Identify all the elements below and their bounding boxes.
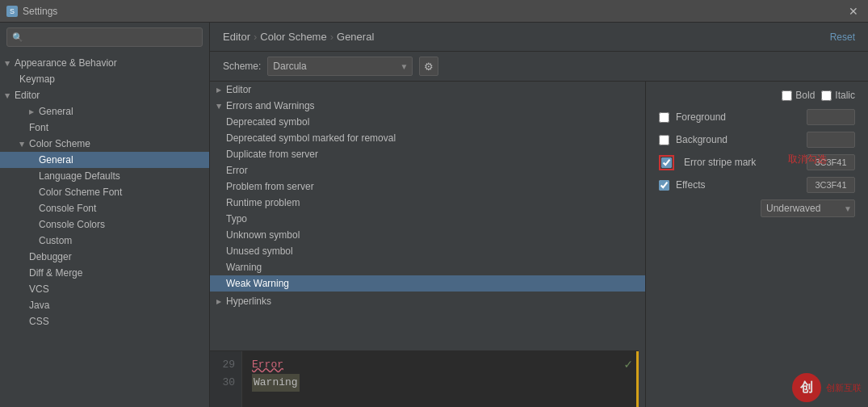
tree-item-label: Error xyxy=(226,165,248,176)
sidebar-item-general[interactable]: ▶ General xyxy=(0,103,209,120)
warning-code-text: Warning xyxy=(252,374,300,392)
sidebar-item-label: Java xyxy=(29,300,49,311)
sidebar-tree: ▶ Appearance & Behavior Keymap ▶ Editor … xyxy=(0,52,209,407)
code-line-warning: Warning xyxy=(252,374,629,392)
sidebar-item-language-defaults[interactable]: Language Defaults xyxy=(0,168,209,184)
sidebar-item-color-scheme[interactable]: ▶ Color Scheme xyxy=(0,136,209,152)
tree-item-label: Weak Warning xyxy=(226,278,289,289)
tree-item-unused-symbol[interactable]: Unused symbol xyxy=(210,243,645,259)
foreground-color-box[interactable] xyxy=(807,109,855,125)
sidebar-item-keymap[interactable]: Keymap xyxy=(0,71,209,87)
orange-indicator xyxy=(636,351,639,407)
split-content: ▶ Editor ▶ Errors and Warnings Deprecate… xyxy=(210,82,868,407)
scheme-label: Scheme: xyxy=(223,61,261,72)
breadcrumb-sep-2: › xyxy=(330,31,333,43)
tree-item-unknown-symbol[interactable]: Unknown symbol xyxy=(210,227,645,243)
effects-checkbox[interactable] xyxy=(659,180,669,191)
content-header: Editor › Color Scheme › General Reset xyxy=(210,23,868,52)
watermark: 创 创新互联 xyxy=(792,373,862,402)
triangle-icon: ▶ xyxy=(216,298,221,305)
reset-button[interactable]: Reset xyxy=(830,31,855,43)
tree-item-label: Typo xyxy=(226,213,247,224)
window-title: Settings xyxy=(23,6,57,17)
line-numbers: 29 30 xyxy=(210,351,242,407)
sidebar-item-debugger[interactable]: Debugger xyxy=(0,249,209,265)
cancel-annotation: 取消勾选 xyxy=(788,153,827,166)
italic-checkbox[interactable] xyxy=(821,90,832,101)
sidebar-item-console-colors[interactable]: Console Colors xyxy=(0,216,209,233)
scheme-select[interactable]: Darcula Default High Contrast xyxy=(267,57,413,76)
content-area: Editor › Color Scheme › General Reset Sc… xyxy=(210,23,868,407)
tree-item-duplicate-from-server[interactable]: Duplicate from server xyxy=(210,146,645,162)
sidebar-item-font[interactable]: Font xyxy=(0,120,209,136)
close-button[interactable]: ✕ xyxy=(845,3,862,19)
tree-item-hyperlinks[interactable]: ▶ Hyperlinks xyxy=(210,293,645,309)
foreground-label: Foreground xyxy=(676,111,800,123)
background-color-box[interactable] xyxy=(807,132,855,148)
bold-checkbox-label[interactable]: Bold xyxy=(782,90,815,101)
line-number: 30 xyxy=(216,374,235,392)
scheme-select-wrapper[interactable]: Darcula Default High Contrast ▼ xyxy=(267,57,413,76)
search-box[interactable]: 🔍 xyxy=(6,27,203,47)
search-icon: 🔍 xyxy=(12,32,23,43)
background-checkbox[interactable] xyxy=(659,135,669,145)
effects-label: Effects xyxy=(676,179,800,191)
bold-label: Bold xyxy=(795,90,815,101)
line-number: 29 xyxy=(216,356,235,374)
error-stripe-row: Error stripe mark 3C3F41 取消勾选 xyxy=(659,154,855,170)
title-bar-left: S Settings xyxy=(6,6,57,17)
sidebar-item-label: Keymap xyxy=(19,73,55,85)
tree-item-errors-warnings[interactable]: ▶ Errors and Warnings xyxy=(210,98,645,114)
sidebar-item-vcs[interactable]: VCS xyxy=(0,281,209,297)
tree-item-weak-warning[interactable]: Weak Warning xyxy=(210,275,645,292)
sidebar-item-label: Editor xyxy=(15,90,40,101)
effects-color-box[interactable]: 3C3F41 xyxy=(807,177,855,193)
sidebar-item-editor[interactable]: ▶ Editor xyxy=(0,87,209,103)
bold-checkbox[interactable] xyxy=(782,90,792,101)
tree-item-typo[interactable]: Typo xyxy=(210,211,645,227)
watermark-text: 创新互联 xyxy=(826,382,862,394)
sidebar-item-label: VCS xyxy=(29,283,49,295)
sidebar-item-label: Language Defaults xyxy=(39,170,120,182)
sidebar-item-appearance-behavior[interactable]: ▶ Appearance & Behavior xyxy=(0,55,209,71)
code-lines: Error Warning ✓ xyxy=(242,351,639,407)
breadcrumb-part-2: Color Scheme xyxy=(260,31,326,43)
tree-panel: ▶ Editor ▶ Errors and Warnings Deprecate… xyxy=(210,82,646,407)
sidebar-item-custom[interactable]: Custom xyxy=(0,233,209,249)
sidebar-item-java[interactable]: Java xyxy=(0,297,209,313)
sidebar-item-color-scheme-font[interactable]: Color Scheme Font xyxy=(0,184,209,200)
sidebar-item-label: Diff & Merge xyxy=(29,267,82,279)
triangle-icon: ▶ xyxy=(216,103,223,108)
sidebar-item-diff-merge[interactable]: Diff & Merge xyxy=(0,265,209,281)
sidebar-item-label: Appearance & Behavior xyxy=(15,57,117,69)
tree-item-deprecated-symbol-removal[interactable]: Deprecated symbol marked for removal xyxy=(210,130,645,146)
tree-item-deprecated-symbol[interactable]: Deprecated symbol xyxy=(210,114,645,130)
effects-row: Effects 3C3F41 xyxy=(659,177,855,193)
breadcrumb-part-3: General xyxy=(337,31,374,43)
background-row: Background xyxy=(659,132,855,148)
triangle-icon: ▶ xyxy=(19,141,26,146)
error-stripe-checkbox[interactable] xyxy=(661,157,672,168)
sidebar-item-label: General xyxy=(39,154,73,166)
error-stripe-label: Error stripe mark xyxy=(684,157,800,168)
props-panel: Bold Italic Foreground Background xyxy=(646,82,868,407)
sidebar-item-console-font[interactable]: Console Font xyxy=(0,200,209,216)
italic-checkbox-label[interactable]: Italic xyxy=(821,90,855,101)
tree-item-warning[interactable]: Warning xyxy=(210,259,645,275)
gear-button[interactable]: ⚙ xyxy=(419,57,438,76)
preview-area: 29 30 Error Warning ✓ xyxy=(210,350,639,407)
tree-item-runtime-problem[interactable]: Runtime problem xyxy=(210,195,645,211)
sidebar-item-css[interactable]: CSS xyxy=(0,313,209,329)
scheme-row: Scheme: Darcula Default High Contrast ▼ … xyxy=(210,52,868,82)
tree-item-error[interactable]: Error xyxy=(210,162,645,178)
sidebar-item-label: Console Colors xyxy=(39,219,105,230)
foreground-checkbox[interactable] xyxy=(659,112,669,123)
effects-type-wrapper[interactable]: Underwaved Bordered Box Strikeout Bold D… xyxy=(761,199,855,217)
sidebar-item-general-active[interactable]: General xyxy=(0,152,209,168)
tree-item-label: Warning xyxy=(226,262,262,273)
effects-type-select[interactable]: Underwaved Bordered Box Strikeout Bold D… xyxy=(761,199,855,217)
breadcrumb-part-1: Editor xyxy=(223,31,250,43)
bold-italic-row: Bold Italic xyxy=(659,90,855,101)
tree-item-editor[interactable]: ▶ Editor xyxy=(210,82,645,98)
tree-item-problem-from-server[interactable]: Problem from server xyxy=(210,178,645,195)
